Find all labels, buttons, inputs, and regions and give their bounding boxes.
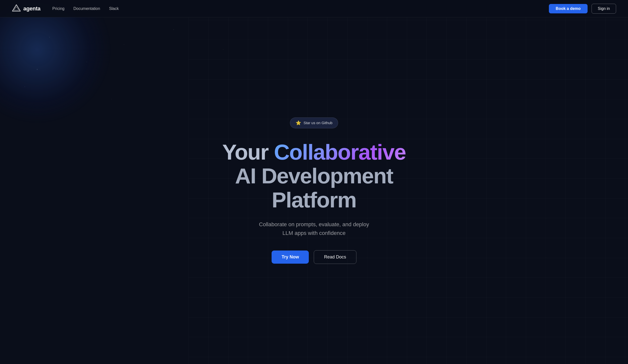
nav-link-slack[interactable]: Slack bbox=[109, 6, 119, 11]
nav-link-documentation[interactable]: Documentation bbox=[74, 6, 100, 11]
nav-link-pricing[interactable]: Pricing bbox=[52, 6, 65, 11]
nav-links: Pricing Documentation Slack bbox=[52, 6, 119, 11]
hero-title: Your Collaborative AI Development Platfo… bbox=[202, 140, 426, 212]
read-docs-button[interactable]: Read Docs bbox=[314, 250, 356, 264]
github-badge-label: Star us on Github bbox=[304, 121, 333, 125]
hero-buttons: Try Now Read Docs bbox=[272, 250, 356, 264]
logo[interactable]: agenta bbox=[12, 4, 40, 13]
nav-left: agenta Pricing Documentation Slack bbox=[12, 4, 119, 13]
hero-subtitle: Collaborate on prompts, evaluate, and de… bbox=[259, 220, 369, 237]
hero-title-line1: Your Collaborative bbox=[202, 140, 426, 164]
hero-title-line2: AI Development Platform bbox=[202, 164, 426, 212]
logo-icon bbox=[12, 4, 21, 13]
logo-text: agenta bbox=[23, 5, 40, 12]
try-now-button[interactable]: Try Now bbox=[272, 250, 309, 264]
hero-title-word-your: Your bbox=[222, 140, 274, 164]
hero-section: ⭐ Star us on Github Your Collaborative A… bbox=[0, 17, 628, 364]
hero-subtitle-line2: LLM apps with confidence bbox=[283, 230, 345, 236]
sign-in-button[interactable]: Sign in bbox=[592, 4, 616, 14]
hero-subtitle-line1: Collaborate on prompts, evaluate, and de… bbox=[259, 221, 369, 228]
star-icon: ⭐ bbox=[296, 120, 301, 126]
navbar: agenta Pricing Documentation Slack Book … bbox=[0, 0, 628, 17]
github-badge[interactable]: ⭐ Star us on Github bbox=[290, 118, 338, 128]
nav-right: Book a demo Sign in bbox=[549, 4, 616, 14]
book-demo-button[interactable]: Book a demo bbox=[549, 4, 588, 13]
hero-title-word-collaborative: Collaborative bbox=[274, 140, 405, 164]
